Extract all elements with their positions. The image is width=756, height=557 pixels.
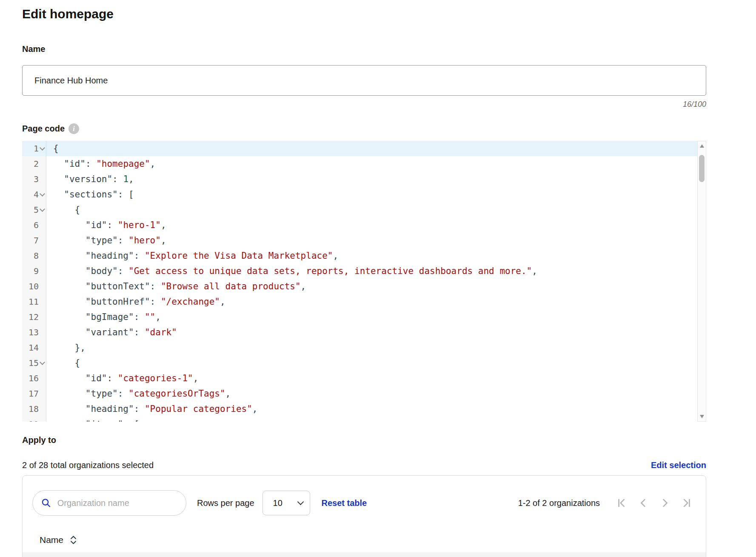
code-line[interactable]: 18 "heading": "Popular categories", [22,401,706,417]
previous-page-button[interactable] [637,497,650,509]
code-line[interactable]: 11 "buttonHref": "/exchange", [22,294,706,309]
selection-summary: 2 of 28 total organizations selected [22,460,154,470]
line-number: 3 [34,171,39,187]
line-number: 9 [34,263,39,279]
line-number: 6 [34,217,39,233]
line-number-gutter: 14 [22,340,46,355]
sort-updown-icon [70,534,77,546]
line-number-gutter: 10 [22,279,46,294]
sort-button[interactable] [70,534,77,546]
line-number-gutter: 1 [22,141,46,156]
code-line[interactable]: 10 "buttonText": "Browse all data produc… [22,279,706,294]
scroll-down-icon[interactable] [700,415,704,418]
reset-table-button[interactable]: Reset table [322,498,367,508]
line-number: 17 [29,386,39,401]
code-line[interactable]: 12 "bgImage": "", [22,309,706,325]
page-title: Edit homepage [22,7,706,21]
line-number: 4 [34,187,39,202]
code-text: "sections": [ [46,187,134,202]
line-number: 18 [29,401,39,417]
line-number-gutter: 8 [22,248,46,263]
search-input[interactable] [57,498,177,508]
chevron-right-icon [659,497,671,509]
last-page-button[interactable] [680,497,693,509]
line-number-gutter: 12 [22,309,46,325]
code-line[interactable]: 6 "id": "hero-1", [22,217,706,233]
code-line[interactable]: 13 "variant": "dark" [22,325,706,340]
line-number: 2 [34,156,39,171]
code-line[interactable]: 2 "id": "homepage", [22,156,706,171]
code-line[interactable]: 4 "sections": [ [22,187,706,202]
code-line[interactable]: 8 "heading": "Explore the Visa Data Mark… [22,248,706,263]
line-number-gutter: 19 [22,417,46,422]
code-text: "type": "hero", [46,233,166,248]
rows-per-page-label: Rows per page [197,498,254,508]
last-page-icon [681,497,693,509]
line-number: 13 [29,325,39,340]
code-line[interactable]: 3 "version": 1, [22,171,706,187]
code-line[interactable]: 17 "type": "categoriesOrTags", [22,386,706,401]
code-line[interactable]: 1{ [22,141,706,156]
line-number: 5 [34,202,39,217]
page-code-editor[interactable]: 1{2 "id": "homepage",3 "version": 1,4 "s… [22,141,706,422]
line-number-gutter: 9 [22,263,46,279]
search-icon [41,497,51,508]
table-row[interactable] [23,552,706,557]
pagination-range-label: 1-2 of 2 organizations [518,498,600,508]
edit-selection-link[interactable]: Edit selection [651,460,706,470]
line-number-gutter: 17 [22,386,46,401]
code-line[interactable]: 19 "items": [ [22,417,706,422]
fold-chevron-icon[interactable] [40,206,45,212]
char-counter: 16/100 [22,100,706,109]
code-text: "id": "categories-1", [46,371,198,386]
organization-search[interactable] [32,490,186,516]
line-number: 1 [34,141,39,156]
code-text: "variant": "dark" [46,325,177,340]
line-number: 15 [29,355,39,371]
line-number: 12 [29,309,39,325]
code-line[interactable]: 7 "type": "hero", [22,233,706,248]
name-field-label: Name [22,44,706,54]
chevron-left-icon [637,497,649,509]
code-line[interactable]: 16 "id": "categories-1", [22,371,706,386]
code-line[interactable]: 5 { [22,202,706,217]
code-text: { [46,355,80,371]
line-number: 8 [34,248,39,263]
scroll-up-icon[interactable] [700,144,704,148]
line-number-gutter: 7 [22,233,46,248]
info-icon[interactable]: i [68,123,79,134]
line-number: 7 [34,233,39,248]
line-number: 19 [29,417,39,422]
code-text: "body": "Get access to unique data sets,… [46,263,537,279]
line-number: 11 [29,294,39,309]
first-page-button[interactable] [615,497,628,509]
name-input[interactable] [22,65,706,96]
line-number-gutter: 6 [22,217,46,233]
line-number-gutter: 2 [22,156,46,171]
fold-chevron-icon[interactable] [40,191,45,197]
line-number-gutter: 11 [22,294,46,309]
line-number-gutter: 5 [22,202,46,217]
line-number-gutter: 13 [22,325,46,340]
code-line[interactable]: 15 { [22,355,706,371]
table-header-row: Name [23,516,706,552]
next-page-button[interactable] [659,497,671,509]
page-code-label: Page code [22,124,65,134]
scrollbar-thumb[interactable] [699,155,705,182]
code-text: "items": [ [46,417,139,422]
code-line[interactable]: 9 "body": "Get access to unique data set… [22,263,706,279]
code-text: "heading": "Popular categories", [46,401,257,417]
code-text: "buttonText": "Browse all data products"… [46,279,306,294]
code-text: "type": "categoriesOrTags", [46,386,231,401]
editor-scrollbar[interactable] [697,141,706,422]
code-line[interactable]: 14 }, [22,340,706,355]
line-number: 14 [29,340,39,355]
rows-per-page-select[interactable]: 10 [262,491,310,515]
fold-chevron-icon[interactable] [40,145,45,151]
rows-per-page-value: 10 [273,498,282,508]
organizations-table: Rows per page 10 Reset table 1-2 of 2 or… [22,475,706,557]
column-header-name: Name [40,535,63,545]
fold-chevron-icon[interactable] [40,360,45,365]
line-number-gutter: 4 [22,187,46,202]
table-toolbar: Rows per page 10 Reset table 1-2 of 2 or… [23,476,706,516]
